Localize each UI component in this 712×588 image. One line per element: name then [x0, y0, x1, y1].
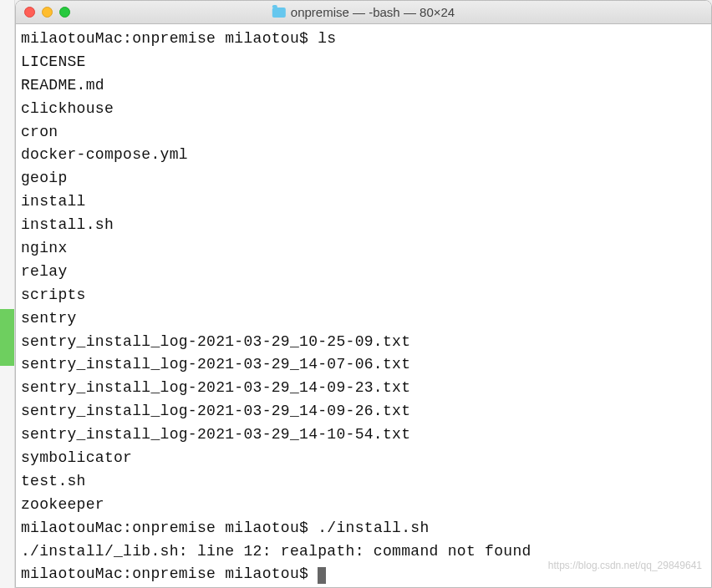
ls-entry: sentry_install_log-2021-03-29_14-09-23.t…: [21, 379, 410, 396]
terminal-window: onpremise — -bash — 80×24 milaotouMac:on…: [15, 0, 712, 588]
ls-entry: README.md: [21, 77, 104, 94]
ls-entry: install: [21, 193, 86, 210]
ls-entry: symbolicator: [21, 449, 132, 466]
window-title: onpremise — -bash — 80×24: [272, 5, 455, 19]
editor-gutter: [0, 0, 15, 588]
ls-entry: clickhouse: [21, 100, 114, 117]
prompt: milaotouMac:onpremise milaotou$: [21, 565, 318, 582]
ls-entry: sentry_install_log-2021-03-29_14-10-54.t…: [21, 426, 410, 443]
error-line: ./install/_lib.sh: line 12: realpath: co…: [21, 543, 531, 560]
traffic-lights: [24, 7, 70, 18]
window-title-text: onpremise — -bash — 80×24: [291, 5, 455, 19]
ls-entry: LICENSE: [21, 53, 86, 70]
ls-entry: relay: [21, 263, 68, 280]
ls-entry: zookeeper: [21, 496, 104, 513]
gutter-highlight: [0, 309, 15, 366]
terminal-body[interactable]: milaotouMac:onpremise milaotou$ ls LICEN…: [16, 24, 711, 587]
ls-entry: sentry_install_log-2021-03-29_14-09-26.t…: [21, 403, 410, 419]
ls-entry: sentry: [21, 310, 77, 327]
ls-entry: scripts: [21, 286, 86, 303]
ls-entry: docker-compose.yml: [21, 146, 188, 163]
ls-entry: sentry_install_log-2021-03-29_14-07-06.t…: [21, 356, 410, 373]
ls-entry: sentry_install_log-2021-03-29_10-25-09.t…: [21, 333, 410, 350]
ls-entry: install.sh: [21, 216, 114, 233]
cursor: [318, 567, 326, 584]
prompt: milaotouMac:onpremise milaotou$: [21, 520, 318, 536]
close-icon[interactable]: [24, 7, 35, 18]
ls-entry: nginx: [21, 240, 68, 256]
folder-icon: [272, 8, 286, 18]
command: ./install.sh: [318, 520, 429, 536]
ls-entry: geoip: [21, 170, 68, 186]
ls-entry: test.sh: [21, 473, 86, 489]
minimize-icon[interactable]: [42, 7, 53, 18]
maximize-icon[interactable]: [59, 7, 70, 18]
ls-entry: cron: [21, 124, 58, 140]
command: ls: [318, 30, 336, 47]
prompt: milaotouMac:onpremise milaotou$: [21, 30, 318, 47]
title-bar[interactable]: onpremise — -bash — 80×24: [16, 1, 711, 24]
